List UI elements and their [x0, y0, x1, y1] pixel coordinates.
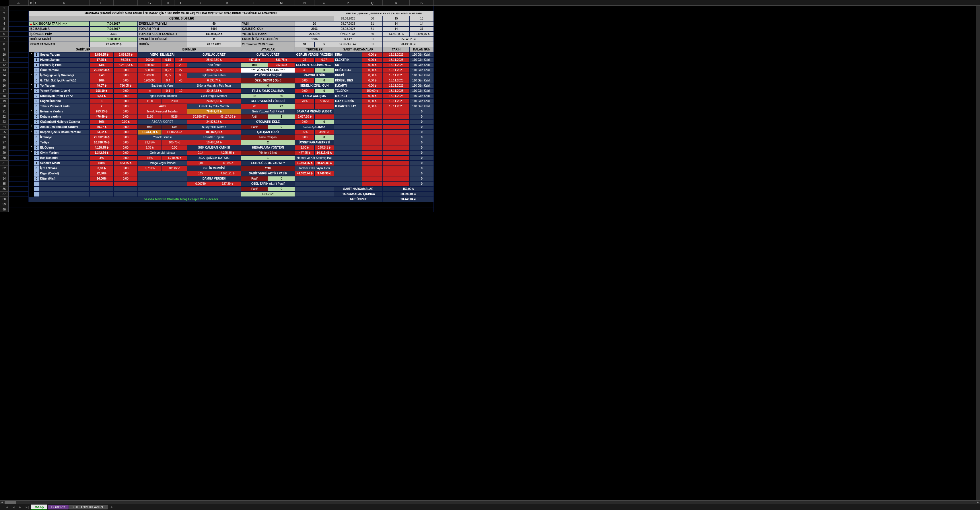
col-header-A[interactable]: A [9, 0, 29, 5]
col-header-I[interactable]: I [174, 0, 187, 5]
col-header-D[interactable]: D [39, 0, 89, 5]
col-header-L[interactable]: L [241, 0, 268, 5]
col-header-E[interactable]: E [89, 0, 114, 5]
col-header-J[interactable]: J [187, 0, 214, 5]
col-header-F[interactable]: F [114, 0, 138, 5]
col-header-C[interactable]: C [34, 0, 39, 5]
col-header-H[interactable]: H [162, 0, 174, 5]
col-header-O[interactable]: O [314, 0, 334, 5]
col-header-B[interactable]: B [29, 0, 34, 5]
col-header-K[interactable]: K [214, 0, 241, 5]
col-header-N[interactable]: N [295, 0, 314, 5]
column-headers[interactable]: ABCDEFGHIJKLMNOPQRS [9, 0, 980, 6]
col-header-G[interactable]: G [138, 0, 162, 5]
col-header-S[interactable]: S [410, 0, 434, 5]
col-header-M[interactable]: M [268, 0, 295, 5]
col-header-P[interactable]: P [334, 0, 362, 5]
col-header-Q[interactable]: Q [362, 0, 383, 5]
col-header-R[interactable]: R [383, 0, 410, 5]
